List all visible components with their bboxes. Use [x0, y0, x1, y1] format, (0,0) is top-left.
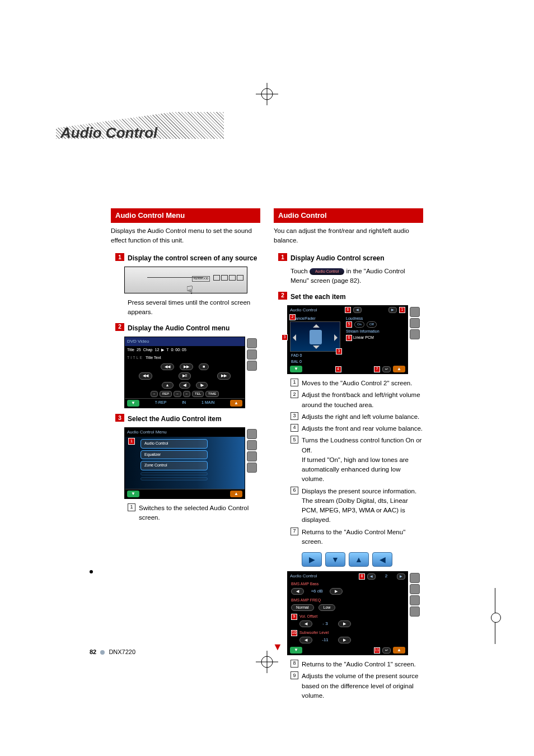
model-name: DNX7220: [109, 648, 135, 655]
fader-down-icon[interactable]: [313, 346, 320, 352]
nav-left-icon[interactable]: ◀: [353, 307, 362, 313]
dec-button[interactable]: ◀: [299, 620, 312, 628]
corner-down-icon[interactable]: ▼: [127, 400, 139, 407]
dec-button[interactable]: ◀: [299, 637, 312, 644]
nav-right-icon[interactable]: ▶: [388, 307, 397, 313]
side-icon[interactable]: [410, 573, 420, 583]
next-button[interactable]: ▶▶: [180, 363, 193, 371]
corner-up-icon[interactable]: ▲: [393, 366, 405, 372]
side-icon[interactable]: [410, 318, 420, 328]
side-icon[interactable]: [247, 451, 257, 461]
touch-prefix: Touch: [291, 268, 308, 274]
bullet-icon: [90, 570, 93, 573]
corner-up-icon[interactable]: ▲: [230, 400, 242, 407]
side-icon[interactable]: [247, 338, 257, 348]
side-icon[interactable]: [410, 307, 420, 317]
hand-icon[interactable]: [247, 361, 257, 371]
balance-right-icon[interactable]: [334, 334, 341, 341]
dvd-chap-val: 12: [155, 347, 160, 353]
step-2-label: Display the Audio Control menu: [128, 323, 229, 333]
dvd-row-btn[interactable]: –: [151, 391, 158, 397]
step-r1-label: Display Audio Control screen: [291, 253, 385, 263]
balance-grid[interactable]: 2 3 3: [290, 321, 340, 352]
note: Adjusts the front and rear volume balanc…: [302, 424, 423, 433]
note: If turned "On", high and low tones are a…: [302, 456, 409, 483]
return-icon[interactable]: ↩: [382, 647, 391, 654]
note: Adjust the front/back and left/right vol…: [302, 390, 423, 410]
side-icon[interactable]: [410, 595, 420, 605]
corner-down-icon[interactable]: ▼: [290, 647, 302, 654]
dvd-row-btn[interactable]: –: [183, 391, 190, 397]
page-indicator: 2: [378, 573, 395, 580]
side-icon[interactable]: [247, 440, 257, 450]
prev-button[interactable]: ◀◀: [161, 363, 174, 371]
inc-button[interactable]: ▶: [330, 588, 343, 595]
dvd-row-btn[interactable]: TEL: [192, 391, 204, 397]
side-icon[interactable]: [247, 349, 257, 360]
loudness-off-button[interactable]: Off: [367, 321, 377, 328]
step-back-button[interactable]: ◀I: [179, 382, 191, 389]
corner-up-icon[interactable]: ▲: [393, 647, 405, 654]
menu-item-audio-control[interactable]: Audio Control: [140, 439, 208, 449]
dvd-row-btn[interactable]: REP: [160, 391, 172, 397]
side-icon[interactable]: [410, 329, 420, 339]
step-num-2: 2: [115, 323, 124, 331]
dvd-header: DVD Video: [125, 337, 245, 346]
skip-prev-button[interactable]: ◀◀: [139, 372, 152, 380]
step-fwd-button[interactable]: I▶: [196, 382, 208, 389]
dot-icon: [100, 650, 105, 655]
balance-left-icon[interactable]: [289, 334, 296, 341]
note: Returns to the "Audio Control 1" screen.: [302, 660, 416, 669]
dvd-row-btn[interactable]: –: [174, 391, 181, 397]
freq-low-button[interactable]: Low: [318, 604, 336, 612]
side-icon[interactable]: [410, 584, 420, 594]
menu-item-equalizer[interactable]: Equalizer: [140, 450, 208, 460]
menu-item-zone-control[interactable]: Zone Control: [140, 461, 208, 470]
side-icon[interactable]: [410, 606, 420, 617]
fader-up-icon[interactable]: [313, 321, 320, 328]
nav-left-button[interactable]: ◀: [372, 552, 392, 567]
return-icon[interactable]: ↩: [382, 366, 391, 372]
nav-up-button[interactable]: ▲: [349, 552, 369, 567]
nav-down-button[interactable]: ▼: [325, 552, 345, 567]
device-btn: [229, 275, 236, 281]
nav-right-button[interactable]: ▶: [302, 552, 322, 567]
nav-right-icon[interactable]: ▶: [397, 573, 405, 580]
callout-11: 11: [374, 647, 380, 654]
audio-control-1-screen: Audio Control 6 ◀ ▶ 1 Balance/Fader: [287, 305, 408, 375]
bal-label: BAL: [291, 360, 298, 363]
freq-normal-button[interactable]: Normal: [291, 604, 314, 612]
skip-next-button[interactable]: ▶▶: [217, 372, 231, 380]
dvd-time: 0: 00: 05: [171, 347, 186, 353]
callout-box-1: 1: [128, 503, 135, 511]
corner-down-icon[interactable]: ▼: [290, 366, 302, 372]
eject-button[interactable]: ▲: [162, 382, 174, 389]
fad-val: 0: [300, 353, 302, 357]
callout-7: 7: [374, 366, 380, 372]
dvd-title-label: Title: [127, 347, 134, 353]
inc-button[interactable]: ▶: [338, 620, 351, 628]
nav-left-icon[interactable]: ◀: [367, 573, 376, 580]
callout-box: 6: [291, 487, 298, 494]
side-icon[interactable]: [247, 429, 257, 439]
note: Returns to the "Audio Control Menu" scre…: [302, 528, 423, 547]
corner-down-icon[interactable]: ▼: [127, 491, 139, 497]
bms-bass-value: +6 dB: [308, 588, 325, 595]
playpause-button[interactable]: ▶II: [179, 372, 191, 380]
stop-button[interactable]: ■: [199, 363, 209, 371]
play-icon: ▶: [161, 347, 164, 353]
audio-control-inline-button[interactable]: Audio Control: [310, 268, 344, 276]
dvd-title-val: 25: [137, 347, 141, 353]
bal-val: 0: [299, 360, 302, 363]
corner-up-icon[interactable]: ▲: [230, 491, 242, 497]
dvd-row-btn[interactable]: TIME: [205, 391, 219, 397]
inc-button[interactable]: ▶: [338, 637, 351, 644]
audio-control-2-screen: Audio Control 8 ◀ 2 ▶ BMS AMP Bass ◀ +6 …: [287, 571, 408, 655]
callout-box: 8: [291, 660, 298, 668]
loudness-on-button[interactable]: On: [354, 321, 364, 328]
callout-box: 5: [291, 436, 298, 444]
device-btn: [221, 275, 228, 281]
dec-button[interactable]: ◀: [291, 588, 304, 595]
side-icon[interactable]: [247, 463, 257, 473]
step-1-label: Display the control screen of any source: [128, 253, 257, 263]
